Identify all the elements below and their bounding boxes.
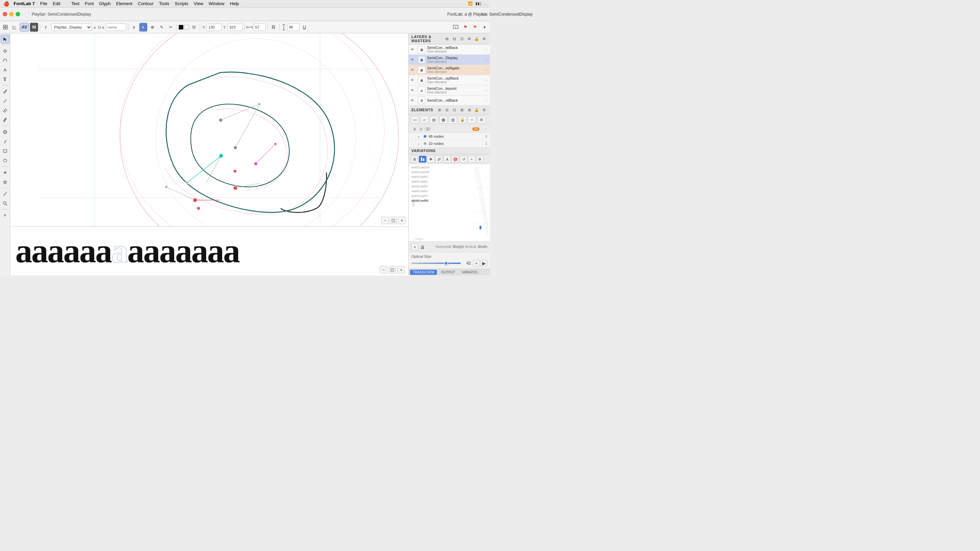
- menu-file[interactable]: File: [37, 0, 50, 7]
- tab-output[interactable]: OUTPUT: [438, 270, 458, 275]
- select-tool[interactable]: [1, 35, 10, 43]
- contour-tool[interactable]: [1, 56, 10, 65]
- menu-edit[interactable]: Edit: [50, 0, 63, 7]
- menu-glyph[interactable]: Glyph: [96, 0, 113, 7]
- toolbar-node-btn[interactable]: AV: [20, 23, 29, 32]
- calligraphy-tool[interactable]: [1, 116, 10, 124]
- font-dropdown[interactable]: Playfair...Display: [51, 24, 92, 31]
- layer-item-1[interactable]: 👁 a SemiCon...teBlack One element ···: [409, 44, 490, 55]
- ellipse-tool[interactable]: [1, 156, 10, 165]
- layers-icon-2[interactable]: ⊟: [451, 36, 457, 42]
- height-input[interactable]: [287, 24, 299, 31]
- transform-tool[interactable]: [1, 127, 10, 137]
- underline-btn[interactable]: U: [301, 23, 309, 32]
- preview-zoom-fit[interactable]: ⊡: [388, 266, 396, 273]
- flag-btn[interactable]: ⚑: [461, 23, 469, 32]
- element-row-2[interactable]: a 10 nodes 1: [409, 140, 490, 147]
- optical-play-btn[interactable]: ▶: [480, 260, 487, 267]
- zoom-in-btn[interactable]: +: [398, 217, 406, 224]
- glyph-edit-canvas[interactable]: − ⊡ +: [10, 33, 408, 226]
- var-tool-7[interactable]: ↺: [460, 156, 467, 163]
- preview-zoom-in[interactable]: +: [398, 266, 405, 273]
- knife-tool[interactable]: [1, 137, 10, 146]
- elem-icon-7[interactable]: ⚙: [481, 107, 487, 113]
- pen-btn[interactable]: ✎: [158, 23, 166, 32]
- brush-tool[interactable]: [1, 87, 10, 96]
- var-add-btn[interactable]: +: [411, 243, 418, 250]
- elem-icon-1[interactable]: ⊞: [436, 107, 442, 113]
- layer-item-5[interactable]: 👁 a SemiCon...lepoint One element ···: [409, 86, 490, 95]
- elem-icon-3[interactable]: ⊡: [451, 107, 457, 113]
- zoom-out-btn[interactable]: −: [381, 217, 388, 224]
- var-tool-8[interactable]: +: [468, 156, 476, 163]
- zoom-tool[interactable]: [1, 199, 10, 208]
- add-layer-btn[interactable]: +: [1, 211, 10, 220]
- layers-icon-3[interactable]: ⊡: [459, 36, 465, 42]
- x-input[interactable]: [207, 24, 221, 31]
- menu-view2[interactable]: View: [191, 0, 206, 7]
- var-tool-4[interactable]: ⇄: [435, 156, 443, 163]
- var-tool-6[interactable]: 🎯: [452, 156, 459, 163]
- zoom-fit-btn[interactable]: ⊡: [390, 217, 397, 224]
- var-tool-1[interactable]: ⊞: [411, 156, 418, 163]
- menu-text[interactable]: Text: [68, 0, 82, 7]
- elem-tool-3[interactable]: ▤: [430, 116, 438, 124]
- smooth-node-btn[interactable]: ∧: [130, 23, 138, 32]
- toolbar-layout-btn[interactable]: [2, 23, 10, 32]
- export-btn[interactable]: [451, 23, 460, 32]
- scissors-btn[interactable]: ✂: [167, 23, 175, 32]
- y-input[interactable]: [228, 24, 243, 31]
- star-tool[interactable]: [1, 178, 10, 186]
- elem-tool-5[interactable]: ▥: [449, 116, 457, 124]
- background-color[interactable]: [184, 25, 189, 30]
- layer-item-4[interactable]: 👁 a SemiCon...ayBlack One element ···: [409, 75, 490, 86]
- menu-view[interactable]: [63, 3, 68, 5]
- node-tool[interactable]: [1, 47, 10, 56]
- pencil-tool[interactable]: [1, 97, 10, 105]
- menu-element[interactable]: Element: [113, 0, 135, 7]
- minimize-button[interactable]: [9, 12, 14, 16]
- toolbar-metrics-btn[interactable]: [11, 23, 19, 32]
- toolbar-font-select[interactable]: F: [42, 23, 50, 32]
- link-btn[interactable]: ⛓: [269, 23, 278, 32]
- corner-node-btn[interactable]: ∧: [139, 23, 147, 32]
- elem-icon-5[interactable]: ⊞: [466, 107, 472, 113]
- tab-variations[interactable]: VARIATIO...: [459, 270, 483, 275]
- grid-btn[interactable]: [190, 23, 198, 32]
- layer-item-2[interactable]: 👁 a SemiCon...Display One element ···: [409, 55, 490, 65]
- glyph-name-input[interactable]: [106, 24, 126, 31]
- elem-tool-4[interactable]: ▦: [439, 116, 447, 124]
- elem-icon-2[interactable]: ⊟: [444, 107, 450, 113]
- elem-tool-2[interactable]: ▱: [420, 116, 428, 124]
- spiral-tool[interactable]: [1, 168, 10, 177]
- layer-item-6[interactable]: 👁 a SemiCon...ntBlack ···: [409, 95, 490, 105]
- menu-tools[interactable]: Tools: [156, 0, 172, 7]
- apple-menu[interactable]: 🍎: [3, 0, 10, 8]
- elem-tool-6[interactable]: 🔒: [458, 116, 466, 124]
- elem-icon-4[interactable]: ⊠: [459, 107, 465, 113]
- optical-handle[interactable]: [444, 261, 448, 265]
- layers-icon-6[interactable]: ⚙: [481, 36, 487, 42]
- tab-transform[interactable]: TRANSFORM: [410, 270, 437, 275]
- menu-font[interactable]: Font: [82, 0, 96, 7]
- foreground-color[interactable]: [179, 25, 183, 30]
- menu-fontlab[interactable]: FontLab 7: [11, 0, 37, 7]
- pen-tool[interactable]: [1, 66, 10, 75]
- preview-zoom-out[interactable]: −: [380, 266, 387, 273]
- close-button[interactable]: [3, 12, 7, 16]
- menu-contour[interactable]: Contour: [135, 0, 156, 7]
- layer-item-3[interactable]: 👁 a SemiCon...edAgate One element ···: [409, 65, 490, 75]
- var-tool-2[interactable]: [419, 156, 426, 163]
- text-tool[interactable]: T: [1, 75, 10, 84]
- optical-slider[interactable]: [411, 263, 461, 264]
- layers-icon-4[interactable]: ⚙: [466, 36, 472, 42]
- optical-increment-btn[interactable]: +: [473, 260, 480, 267]
- elem-tool-1[interactable]: ▭: [411, 116, 419, 124]
- layers-icon-5[interactable]: 🔒: [474, 36, 480, 42]
- menu-help[interactable]: Help: [227, 0, 242, 7]
- width-input[interactable]: [253, 24, 266, 31]
- point-btn[interactable]: ⊕: [148, 23, 156, 32]
- menu-window[interactable]: Window: [206, 0, 227, 7]
- var-tool-5[interactable]: A: [443, 156, 451, 163]
- fullscreen-button[interactable]: [16, 12, 20, 16]
